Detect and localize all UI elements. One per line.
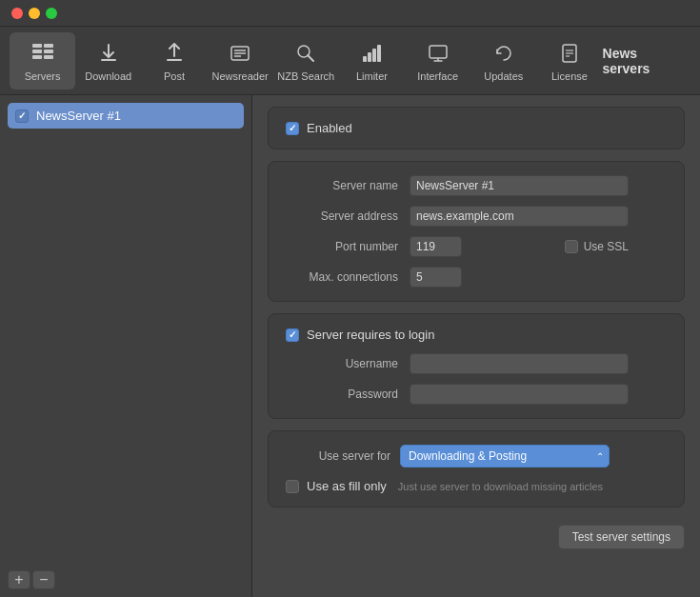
- login-checkmark-icon: ✓: [289, 329, 296, 340]
- server-list: ✓ NewsServer #1: [8, 103, 244, 563]
- server-address-row: Server address: [286, 206, 667, 227]
- svg-rect-5: [44, 55, 53, 59]
- post-icon: [161, 40, 188, 67]
- svg-rect-3: [44, 50, 53, 53]
- svg-rect-6: [101, 59, 116, 61]
- enabled-card: ✓ Enabled: [268, 107, 685, 149]
- remove-server-button[interactable]: −: [32, 570, 55, 589]
- svg-rect-17: [377, 45, 381, 62]
- password-row: Password: [286, 384, 667, 405]
- port-number-label: Port number: [286, 240, 410, 253]
- server-name-input[interactable]: [410, 175, 629, 196]
- toolbar-label-post: Post: [164, 70, 185, 82]
- server-name-row: Server name: [286, 175, 667, 196]
- toolbar-label-newsreader: Newsreader: [211, 70, 268, 82]
- server-details-card: Server name Server address Port number U…: [268, 161, 685, 302]
- toolbar-item-limiter[interactable]: Limiter: [339, 32, 405, 90]
- fill-only-row: Use as fill only Just use server to down…: [286, 479, 667, 493]
- license-icon: [556, 40, 583, 67]
- svg-rect-1: [44, 44, 53, 48]
- newsreader-icon: [227, 40, 253, 67]
- toolbar-label-interface: Interface: [417, 70, 458, 82]
- port-ssl-row: Use SSL: [410, 236, 629, 257]
- toolbar-label-servers: Servers: [25, 70, 61, 82]
- interface-icon: [425, 40, 451, 67]
- fill-only-checkbox[interactable]: [286, 480, 299, 493]
- login-title-row: ✓ Server requires to login: [286, 328, 667, 342]
- enabled-checkmark-icon: ✓: [289, 123, 296, 133]
- svg-line-13: [308, 55, 313, 61]
- svg-rect-0: [32, 44, 42, 48]
- ssl-row: Use SSL: [565, 240, 629, 253]
- use-server-for-label: Use server for: [286, 449, 390, 463]
- port-number-input[interactable]: [410, 236, 462, 257]
- toolbar-item-servers[interactable]: Servers: [10, 32, 75, 90]
- main-area: ✓ NewsServer #1 + − ✓ Enabled Server nam…: [0, 95, 700, 597]
- toolbar-item-interface[interactable]: Interface: [405, 32, 470, 90]
- toolbar-item-nzb-search[interactable]: NZB Search: [273, 32, 339, 90]
- download-icon: [95, 40, 122, 67]
- max-connections-row: Max. connections: [286, 267, 667, 288]
- maximize-button[interactable]: [46, 8, 57, 19]
- use-server-select[interactable]: Downloading & Posting Downloading only P…: [400, 445, 610, 468]
- toolbar-label-limiter: Limiter: [356, 70, 388, 82]
- toolbar-item-post[interactable]: Post: [141, 32, 207, 90]
- toolbar-title: News servers: [603, 46, 690, 76]
- toolbar-item-license[interactable]: License: [536, 32, 602, 90]
- use-server-row: Use server for Downloading & Posting Dow…: [286, 445, 667, 468]
- close-button[interactable]: [11, 8, 23, 19]
- use-ssl-checkbox[interactable]: [565, 240, 578, 253]
- use-server-card: Use server for Downloading & Posting Dow…: [268, 430, 685, 507]
- login-card: ✓ Server requires to login Username Pass…: [268, 313, 685, 419]
- nzb-search-icon: [292, 40, 319, 67]
- right-panel: ✓ Enabled Server name Server address Por…: [252, 95, 700, 597]
- server-name-label: NewsServer #1: [36, 109, 121, 123]
- servers-icon: [30, 40, 56, 67]
- svg-rect-16: [372, 49, 376, 62]
- username-input[interactable]: [410, 353, 629, 374]
- toolbar-label-license: License: [551, 70, 588, 82]
- use-ssl-label: Use SSL: [584, 240, 629, 253]
- enabled-row: ✓ Enabled: [286, 121, 667, 135]
- fill-only-label: Use as fill only: [307, 479, 387, 493]
- svg-rect-15: [368, 52, 371, 62]
- test-server-button[interactable]: Test server settings: [558, 525, 685, 549]
- toolbar-item-newsreader[interactable]: Newsreader: [208, 32, 273, 90]
- titlebar: [0, 0, 700, 27]
- svg-rect-7: [167, 59, 182, 61]
- traffic-lights: [11, 8, 57, 19]
- fill-only-hint: Just use server to download missing arti…: [398, 481, 603, 492]
- enabled-checkbox[interactable]: ✓: [286, 122, 299, 135]
- server-enabled-checkbox[interactable]: ✓: [15, 109, 29, 123]
- server-address-input[interactable]: [410, 206, 629, 227]
- checkmark-icon: ✓: [18, 110, 26, 121]
- svg-rect-2: [32, 50, 42, 53]
- server-address-label: Server address: [286, 209, 410, 223]
- login-required-checkbox[interactable]: ✓: [286, 328, 299, 342]
- toolbar-item-download[interactable]: Download: [75, 32, 141, 90]
- max-connections-input[interactable]: [410, 267, 462, 288]
- toolbar-label-download: Download: [85, 70, 131, 82]
- minimize-button[interactable]: [29, 8, 40, 19]
- bottom-area: Test server settings: [268, 519, 685, 551]
- updates-icon: [490, 40, 517, 67]
- sidebar: ✓ NewsServer #1 + −: [0, 95, 252, 597]
- enabled-label: Enabled: [307, 121, 352, 135]
- toolbar-item-updates[interactable]: Updates: [470, 32, 536, 90]
- toolbar-label-updates: Updates: [484, 70, 523, 82]
- password-input[interactable]: [410, 384, 629, 405]
- sidebar-bottom: + −: [8, 563, 244, 589]
- password-label: Password: [286, 388, 410, 401]
- toolbar-label-nzb-search: NZB Search: [277, 70, 334, 82]
- use-server-select-container: Downloading & Posting Downloading only P…: [400, 445, 610, 468]
- limiter-icon: [358, 40, 385, 67]
- username-label: Username: [286, 357, 410, 370]
- server-name-label: Server name: [286, 179, 410, 192]
- svg-rect-14: [363, 56, 367, 62]
- add-server-button[interactable]: +: [8, 570, 30, 589]
- login-required-label: Server requires to login: [307, 328, 434, 342]
- svg-rect-18: [430, 46, 447, 58]
- server-item[interactable]: ✓ NewsServer #1: [8, 103, 244, 129]
- username-row: Username: [286, 353, 667, 374]
- toolbar: Servers Download Post N: [0, 27, 700, 95]
